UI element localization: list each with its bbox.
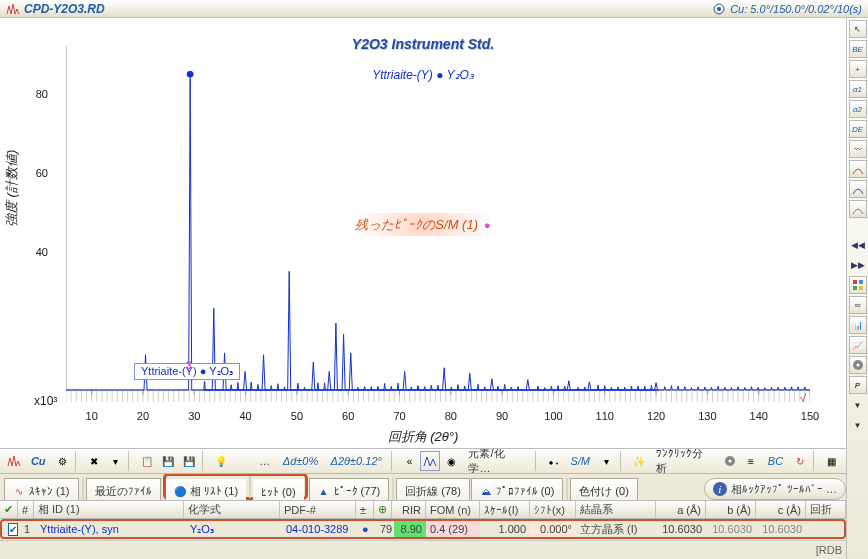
- xtick-30: 30: [188, 410, 200, 422]
- svg-rect-4: [853, 286, 857, 290]
- tool-fit2[interactable]: [849, 180, 867, 198]
- td-fom: 0.4 (29): [426, 521, 480, 537]
- td-rir: 8.90: [394, 521, 426, 537]
- plot[interactable]: Yttriaite-(Y) ● Y₂O₃ 3 √: [66, 46, 810, 406]
- tab-phaselist[interactable]: 🔵相 ﾘｽﾄ (1): [166, 479, 247, 500]
- tab-scan[interactable]: ∿ｽｷｬﾝ (1): [4, 478, 79, 500]
- th-a[interactable]: a (Å): [656, 501, 706, 518]
- th-pm[interactable]: ±: [356, 501, 374, 518]
- th-b[interactable]: b (Å): [706, 501, 756, 518]
- chart-area[interactable]: Y2O3 Instrument Std. Yttriaite-(Y) ● Y₂O…: [0, 18, 846, 448]
- tool-alpha1[interactable]: α1: [849, 80, 867, 98]
- tb-cu[interactable]: Cu: [25, 451, 51, 471]
- tool-colors[interactable]: [849, 276, 867, 294]
- th-scale[interactable]: ｽｹｰﾙ(I): [480, 501, 530, 518]
- tool-sep[interactable]: ═: [849, 296, 867, 314]
- th-shift[interactable]: ｼﾌﾄ(x): [530, 501, 576, 518]
- arrow-left[interactable]: ◀◀: [849, 236, 867, 254]
- tool-de[interactable]: DE: [849, 120, 867, 138]
- svg-point-7: [856, 364, 859, 367]
- tab-peak[interactable]: ▲ﾋﾟｰｸ (77): [309, 478, 390, 500]
- tabs-highlighted: 🔵相 ﾘｽﾄ (1) ﾋｯﾄ (0): [163, 474, 308, 500]
- tb-arrow-left-icon[interactable]: «: [399, 451, 419, 471]
- tool-fit1[interactable]: [849, 160, 867, 178]
- td-formula: Y₂O₃: [186, 521, 282, 537]
- x-axis-label: 回折角 (2θ°): [0, 428, 846, 446]
- tool-graph1[interactable]: 📊: [849, 316, 867, 334]
- tool-alpha2[interactable]: α2: [849, 100, 867, 118]
- th-num[interactable]: #: [18, 501, 34, 518]
- tab-profile[interactable]: ⛰ﾌﾟﾛﾌｧｲﾙ (0): [471, 478, 564, 500]
- xtick-60: 60: [342, 410, 354, 422]
- th-c[interactable]: c (Å): [756, 501, 806, 518]
- td-pdf[interactable]: 04-010-3289: [282, 521, 358, 537]
- tool-be[interactable]: BE: [849, 40, 867, 58]
- td-phase-id[interactable]: Yttriaite-(Y), syn: [36, 521, 186, 537]
- th-formula[interactable]: 化学式: [184, 501, 280, 518]
- tb-em-icon[interactable]: ≡: [741, 451, 761, 471]
- tab-color[interactable]: 色付け (0): [570, 478, 638, 500]
- tb-target-icon[interactable]: ◉: [441, 451, 461, 471]
- tb-sm[interactable]: S/M: [565, 451, 596, 471]
- tab-diffline[interactable]: 回折線 (78): [396, 478, 470, 500]
- arrow-down-1[interactable]: ▼: [849, 396, 867, 414]
- tb-tool-1[interactable]: ✖: [84, 451, 104, 471]
- tb-dropdown-2[interactable]: ▾: [597, 451, 617, 471]
- td-b: 10.6030: [706, 521, 756, 537]
- tb-save-red-icon[interactable]: 💾: [179, 451, 199, 471]
- tool-wave[interactable]: 〰: [849, 140, 867, 158]
- tb-elements[interactable]: 元素/化学…: [462, 451, 531, 471]
- td-shift: 0.000°: [530, 521, 576, 537]
- tb-save-icon[interactable]: 💾: [158, 451, 178, 471]
- tb-disk-icon[interactable]: [720, 451, 740, 471]
- th-crystal[interactable]: 結晶系: [576, 501, 656, 518]
- row-checkbox[interactable]: ✔: [8, 523, 18, 536]
- tool-fit3[interactable]: [849, 200, 867, 218]
- tb-tool-2[interactable]: ▾: [105, 451, 125, 471]
- tb-pattern2-icon[interactable]: [420, 451, 440, 471]
- tb-delta-2t[interactable]: Δ2θ±0.12°: [325, 451, 388, 471]
- th-tree[interactable]: ⊕: [374, 501, 392, 518]
- arrow-down-2[interactable]: ▼: [849, 416, 867, 434]
- tb-gear-icon[interactable]: ⚙: [52, 451, 72, 471]
- tool-graph2[interactable]: 📈: [849, 336, 867, 354]
- xtick-150: 150: [801, 410, 819, 422]
- tb-bc[interactable]: BC: [762, 451, 789, 471]
- th-fom[interactable]: FOM (n): [426, 501, 480, 518]
- tb-bulb-icon[interactable]: 💡: [211, 451, 231, 471]
- title-left: CPD-Y2O3.RD: [6, 2, 105, 16]
- xtick-100: 100: [544, 410, 562, 422]
- ytick-60: 60: [24, 167, 48, 179]
- tb-copy-icon[interactable]: 📋: [137, 451, 157, 471]
- arrow-right[interactable]: ▶▶: [849, 256, 867, 274]
- tb-oneclick[interactable]: ﾜﾝｸﾘｯｸ分析: [650, 451, 719, 471]
- table-row[interactable]: ✔ 1 Yttriaite-(Y), syn Y₂O₃ 04-010-3289 …: [0, 519, 846, 539]
- tab-info[interactable]: i相ﾙｯｸｱｯﾌﾟ ﾂｰﾙﾊﾞｰ …: [704, 478, 846, 500]
- tb-grid-icon[interactable]: ▦: [822, 451, 842, 471]
- th-pdf[interactable]: PDF-#: [280, 501, 356, 518]
- tb-delta-d[interactable]: Δd±0%: [277, 451, 324, 471]
- tool-p[interactable]: P: [849, 376, 867, 394]
- xtick-40: 40: [239, 410, 251, 422]
- tab-recent[interactable]: 最近のﾌｧｲﾙ: [86, 478, 161, 500]
- tab-hit[interactable]: ﾋｯﾄ (0): [253, 479, 304, 500]
- th-diff[interactable]: 回折: [806, 501, 846, 518]
- xtick-10: 10: [86, 410, 98, 422]
- title-right: Cu: 5.0°/150.0°/0.02°/10(s): [712, 2, 862, 16]
- tb-refresh-icon[interactable]: ↻: [790, 451, 810, 471]
- tb-dropdown-1[interactable]: ⬥▾: [544, 451, 564, 471]
- td-pm: ●: [358, 521, 376, 537]
- tb-wand-icon[interactable]: ✨: [629, 451, 649, 471]
- ytick-40: 40: [24, 246, 48, 258]
- th-phase-id[interactable]: 相 ID (1): [34, 501, 184, 518]
- cursor-tool[interactable]: ↖: [849, 20, 867, 38]
- tb-dots[interactable]: …: [253, 451, 276, 471]
- tool-plus[interactable]: +: [849, 60, 867, 78]
- tool-disk[interactable]: [849, 356, 867, 374]
- th-rir[interactable]: RIR: [392, 501, 426, 518]
- tb-pattern-icon[interactable]: [4, 451, 24, 471]
- filename: CPD-Y2O3.RD: [24, 2, 105, 16]
- svg-point-1: [717, 7, 721, 11]
- xtick-90: 90: [496, 410, 508, 422]
- th-check[interactable]: ✔: [0, 501, 18, 518]
